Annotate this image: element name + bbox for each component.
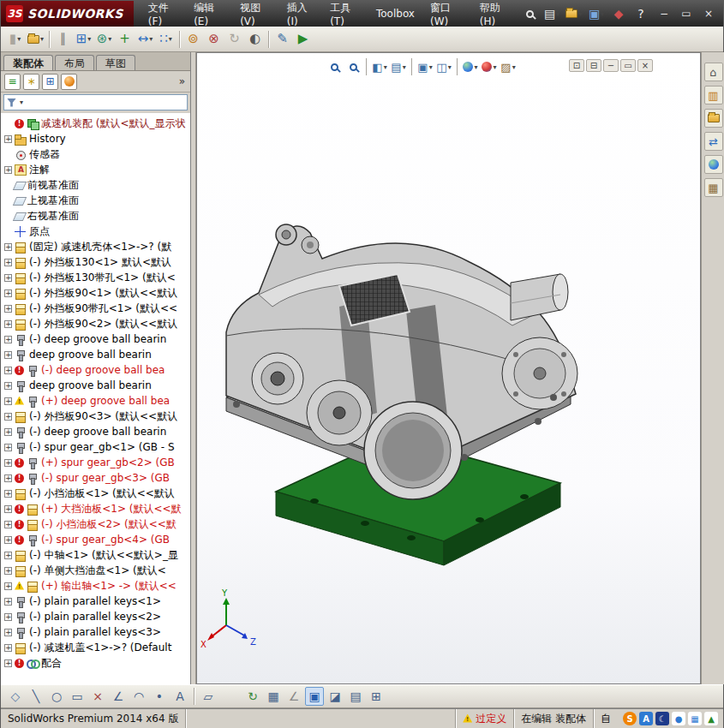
hide-show-items-icon[interactable]: ▾	[462, 58, 479, 75]
expand-toggle[interactable]: +	[4, 243, 12, 251]
edit-component-icon[interactable]: ✎	[272, 29, 292, 50]
tree-item[interactable]: 上视基准面	[3, 193, 190, 208]
tree-item[interactable]: +(-) 外挡板90<3> (默认<<默认	[3, 409, 190, 424]
dropdown-arrow-icon[interactable]: ▾	[403, 63, 406, 71]
tree-item[interactable]: +(-) 外挡板130带孔<1> (默认<	[3, 270, 190, 285]
dropdown-arrow-icon[interactable]: ▾	[149, 35, 153, 43]
attachment-icon[interactable]: ∥	[53, 29, 73, 50]
dropdown-arrow-icon[interactable]: ▾	[169, 35, 172, 43]
dropdown-arrow-icon[interactable]: ▾	[448, 63, 452, 71]
tree-item[interactable]: 原点	[3, 224, 190, 239]
edit-appearance-icon[interactable]: ▾	[481, 58, 498, 75]
view-settings-icon[interactable]: ▤	[346, 687, 365, 706]
menu-item[interactable]: 窗口(W)	[422, 1, 472, 27]
tree-item[interactable]: +!(+) deep groove ball bea	[3, 393, 190, 409]
expand-toggle[interactable]: +	[4, 289, 12, 297]
mate-icon[interactable]: ⊛▾	[94, 29, 114, 50]
line-icon[interactable]: ╲	[27, 687, 45, 706]
tree-item[interactable]: +(-) 中轴<1> (默认<<默认>_显	[3, 547, 190, 563]
tree-item[interactable]: +!(-) spur gear_gb<4> (GB	[3, 532, 190, 547]
ime-dot-icon[interactable]: ●	[672, 712, 685, 725]
tab-装配体[interactable]: 装配体	[3, 55, 53, 70]
expand-toggle[interactable]: +	[4, 444, 12, 451]
tree-item[interactable]: +History	[3, 131, 190, 146]
tree-item[interactable]: +!(+) 输出轴<1> -> (默认<<	[3, 578, 190, 594]
help-icon[interactable]: ?	[631, 4, 651, 23]
tree-item[interactable]: +(-) 外挡板90带孔<1> (默认<<	[3, 301, 190, 316]
tree-item[interactable]: 传感器	[3, 146, 190, 162]
expand-toggle[interactable]: +	[4, 629, 12, 636]
smart-fasteners-icon[interactable]: +	[115, 29, 135, 50]
tray-up-icon[interactable]: ▲	[704, 712, 718, 725]
tab-布局[interactable]: 布局	[55, 55, 94, 70]
grid-icon[interactable]: ▦	[264, 687, 283, 706]
moon-icon[interactable]: ☾	[655, 712, 669, 725]
window-cascade-icon[interactable]: ⊟	[586, 59, 601, 72]
dropdown-arrow-icon[interactable]: ▾	[601, 10, 604, 18]
expand-toggle[interactable]: +	[4, 505, 12, 513]
keyboard-icon[interactable]: ▦	[688, 712, 702, 725]
expand-toggle[interactable]: +	[4, 613, 12, 621]
output-shaft[interactable]	[511, 274, 568, 320]
dropdown-arrow-icon[interactable]: ▾	[493, 63, 496, 71]
featuremanager-tab-icon[interactable]: ≡	[4, 74, 21, 90]
window-close-icon[interactable]: ×	[697, 5, 720, 22]
expand-toggle[interactable]: +	[4, 582, 12, 590]
configurationmanager-tab-icon[interactable]: ⊞	[42, 74, 58, 90]
angle-snap-icon[interactable]: ∠	[284, 687, 303, 706]
tree-item[interactable]: +(-) 减速机盖<1>->? (Default	[3, 640, 190, 655]
dropdown-arrow-icon[interactable]: ▾	[40, 35, 44, 43]
new-document-icon[interactable]: ▤▾	[542, 4, 562, 23]
expand-toggle[interactable]: +	[4, 259, 12, 266]
dropdown-arrow-icon[interactable]: ▾	[512, 63, 516, 71]
expand-toggle[interactable]: +	[4, 428, 12, 436]
tree-item[interactable]: +deep groove ball bearin	[3, 347, 190, 362]
expand-toggle[interactable]: +	[4, 644, 12, 652]
design-library-icon[interactable]: ▥	[704, 86, 723, 104]
rebuild-icon[interactable]: ↻	[243, 687, 262, 706]
tree-item[interactable]: !减速机装配 (默认<默认_显示状	[3, 116, 190, 131]
tree-item[interactable]: +deep groove ball bearin	[3, 378, 190, 393]
dropdown-arrow-icon[interactable]: ▾	[87, 35, 91, 43]
tree-item[interactable]: +(-) plain parallel keys<2>	[3, 609, 190, 624]
zoom-area-icon[interactable]	[344, 58, 362, 75]
tree-item[interactable]: +(-) 单侧大挡油盘<1> (默认<	[3, 563, 190, 578]
tree-item[interactable]: +(-) 外挡板90<2> (默认<<默认	[3, 316, 190, 331]
section-view-icon[interactable]: ◧▾	[371, 58, 388, 75]
dropdown-arrow-icon[interactable]: ▾	[578, 10, 582, 18]
document-minimize-icon[interactable]: −	[603, 59, 619, 72]
annotations-visibility-icon[interactable]: ▤▾	[390, 58, 407, 75]
tree-item[interactable]: 前视基准面	[3, 177, 190, 193]
tree-item[interactable]: +!(-) deep groove ball bea	[3, 362, 190, 378]
move-rotate-icon[interactable]: ↻	[224, 29, 244, 50]
expand-toggle[interactable]: +	[4, 474, 12, 482]
ime-letter-icon[interactable]: A	[639, 712, 653, 725]
customize-status[interactable]: 自	[593, 709, 618, 728]
tree-item[interactable]: +(-) plain parallel keys<3>	[3, 624, 190, 640]
tree-item[interactable]: +注解	[3, 162, 190, 177]
expand-toggle[interactable]: +	[4, 135, 12, 143]
file-properties-icon[interactable]: ◆	[608, 4, 629, 23]
dropdown-arrow-icon[interactable]: ▾	[474, 63, 477, 71]
tree-item[interactable]: +!配合	[3, 655, 190, 671]
window-tile-icon[interactable]: ⊡	[569, 59, 584, 72]
expand-toggle[interactable]: +	[4, 521, 12, 528]
expand-toggle[interactable]: +	[4, 367, 12, 374]
tab-草图[interactable]: 草图	[96, 55, 135, 70]
expand-toggle[interactable]: +	[4, 552, 12, 559]
home-icon[interactable]: ⌂	[704, 63, 723, 81]
expand-toggle[interactable]: +	[4, 490, 12, 498]
insert-components-icon[interactable]: ⊞▾	[74, 29, 93, 50]
shaded-with-edges-icon[interactable]: ▣	[305, 687, 324, 706]
tree-item[interactable]: +!(+) 大挡油板<1> (默认<<默	[3, 501, 190, 516]
expand-toggle[interactable]: +	[4, 397, 12, 405]
search-icon[interactable]	[519, 4, 540, 23]
rectangle-icon[interactable]: ▭	[68, 687, 87, 706]
menu-item[interactable]: 帮助(H)	[472, 1, 519, 27]
table-icon[interactable]: ⊞	[367, 687, 386, 706]
dropdown-arrow-icon[interactable]: ▾	[429, 63, 433, 71]
angle-icon[interactable]: ∠	[109, 687, 128, 706]
view-orientation-icon[interactable]: ▣▾	[416, 58, 434, 75]
expand-toggle[interactable]: +	[4, 459, 12, 467]
menu-item[interactable]: 编辑(E)	[186, 1, 232, 27]
